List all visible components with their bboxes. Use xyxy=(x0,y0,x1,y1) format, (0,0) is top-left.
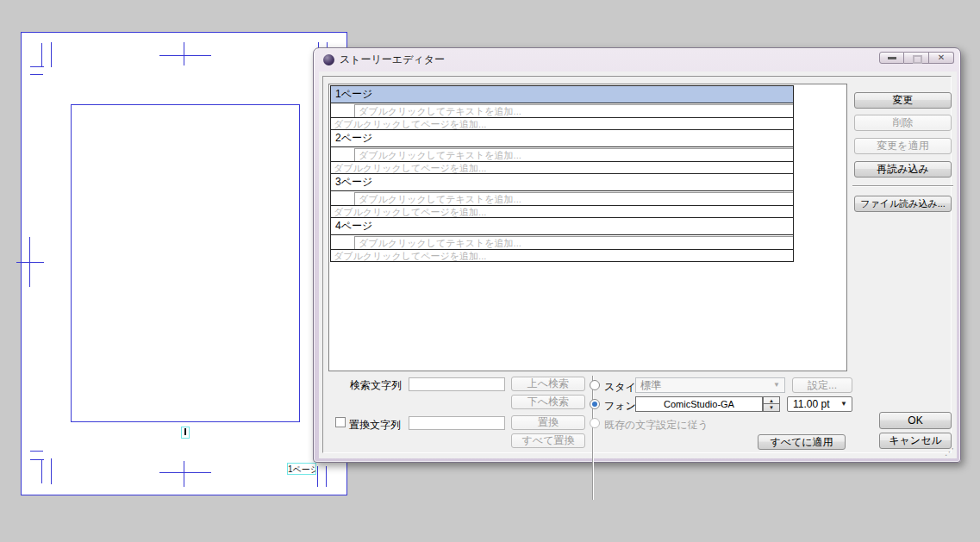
apply-to-all-button[interactable]: すべてに適用 xyxy=(758,434,846,450)
spin-down-icon[interactable]: ▼ xyxy=(764,404,779,411)
page-row-4[interactable]: 4ページ xyxy=(330,217,794,235)
trim-mark xyxy=(29,237,30,287)
text-placeholder-row[interactable]: ダブルクリックしてテキストを追加... xyxy=(330,190,794,206)
font-size-select[interactable]: 11.00 pt ▼ xyxy=(787,396,852,412)
follow-existing-radio xyxy=(590,418,600,428)
maximize-button xyxy=(904,52,929,64)
trim-mark xyxy=(317,466,318,487)
chevron-down-icon: ▼ xyxy=(773,378,780,392)
add-page-row[interactable]: ダブルクリックしてページを追加... xyxy=(330,117,794,130)
minimize-button[interactable] xyxy=(879,52,904,64)
chevron-down-icon: ▼ xyxy=(840,397,847,411)
search-up-button: 上へ検索 xyxy=(511,377,585,391)
find-input[interactable] xyxy=(409,377,505,391)
replace-all-button: すべて置換 xyxy=(511,433,585,448)
font-name-field[interactable]: ComicStudio-GA xyxy=(635,396,763,412)
search-down-button: 下へ検索 xyxy=(511,395,585,409)
separator xyxy=(852,185,953,187)
trim-mark xyxy=(184,461,184,487)
style-radio[interactable] xyxy=(590,380,600,390)
trim-mark xyxy=(326,466,327,487)
settings-button: 設定... xyxy=(792,377,852,393)
trim-mark xyxy=(41,459,42,483)
trim-mark xyxy=(30,451,43,452)
window-controls: ✕ xyxy=(879,52,954,64)
page-number-cursor[interactable] xyxy=(181,427,190,439)
add-page-row[interactable]: ダブルクリックしてページを追加... xyxy=(330,249,794,262)
replace-input[interactable] xyxy=(409,416,505,430)
minimize-icon xyxy=(888,57,896,59)
replace-label: 置換文字列 xyxy=(349,418,401,433)
trim-mark xyxy=(30,74,43,75)
load-file-button[interactable]: ファイル読み込み... xyxy=(854,196,952,212)
ok-button[interactable]: OK xyxy=(879,412,952,429)
section-divider xyxy=(592,376,594,500)
reload-button[interactable]: 再読み込み xyxy=(854,161,952,178)
dialog-title: ストーリーエディター xyxy=(340,48,445,71)
dialog-body: 1ページ ダブルクリックしてテキストを追加... ダブルクリックしてページを追加… xyxy=(319,72,957,458)
apply-change-button: 変更を適用 xyxy=(854,138,952,154)
maximize-icon xyxy=(913,55,922,64)
text-cursor-icon xyxy=(184,428,186,435)
font-stepper[interactable]: ▲ ▼ xyxy=(763,396,780,412)
add-page-row[interactable]: ダブルクリックしてページを追加... xyxy=(330,161,794,174)
text-placeholder-row[interactable]: ダブルクリックしてテキストを追加... xyxy=(330,103,794,118)
story-rows: 1ページ ダブルクリックしてテキストを追加... ダブルクリックしてページを追加… xyxy=(330,86,794,262)
style-select: 標準 ▼ xyxy=(635,377,785,393)
close-icon: ✕ xyxy=(929,53,953,63)
change-button[interactable]: 変更 xyxy=(854,92,952,109)
text-placeholder-row[interactable]: ダブルクリックしてテキストを追加... xyxy=(330,234,794,250)
text-placeholder-row[interactable]: ダブルクリックしてテキストを追加... xyxy=(330,146,794,162)
app-icon xyxy=(323,54,334,65)
page-row-2[interactable]: 2ページ xyxy=(330,129,794,147)
trim-mark xyxy=(51,458,52,484)
close-button[interactable]: ✕ xyxy=(929,52,954,64)
replace-checkbox[interactable] xyxy=(335,417,346,427)
trim-mark xyxy=(184,42,184,65)
page-row-3[interactable]: 3ページ xyxy=(330,173,794,191)
page-row-1[interactable]: 1ページ xyxy=(330,85,794,103)
resize-grip-icon[interactable]: ⋰ xyxy=(945,446,954,458)
replace-button: 置換 xyxy=(511,415,585,430)
drawing-frame xyxy=(71,104,300,422)
find-label: 検索文字列 xyxy=(350,378,402,393)
trim-mark xyxy=(51,42,52,67)
story-editor-dialog: ストーリーエディター ✕ 1ページ ダブルクリックしてテキストを追加... ダブ… xyxy=(313,47,961,463)
font-radio[interactable] xyxy=(590,399,600,409)
trim-mark xyxy=(41,43,42,66)
delete-button: 削除 xyxy=(854,115,952,131)
canvas-page-label[interactable]: 1ページ xyxy=(287,463,316,475)
spin-up-icon[interactable]: ▲ xyxy=(764,397,779,404)
trim-mark xyxy=(16,262,44,263)
trim-mark xyxy=(159,55,211,56)
cancel-button[interactable]: キャンセル xyxy=(879,433,952,449)
desktop: 1ページ ストーリーエディター ✕ 1ページ ダブルクリックしてテキストを追加.… xyxy=(0,0,980,542)
dialog-titlebar[interactable]: ストーリーエディター ✕ xyxy=(314,48,960,72)
follow-existing-label: 既存の文字設定に従う xyxy=(604,418,708,433)
trim-mark xyxy=(30,66,44,67)
add-page-row[interactable]: ダブルクリックしてページを追加... xyxy=(330,205,794,218)
trim-mark xyxy=(159,472,211,473)
story-page-list[interactable]: 1ページ ダブルクリックしてテキストを追加... ダブルクリックしてページを追加… xyxy=(328,84,847,371)
